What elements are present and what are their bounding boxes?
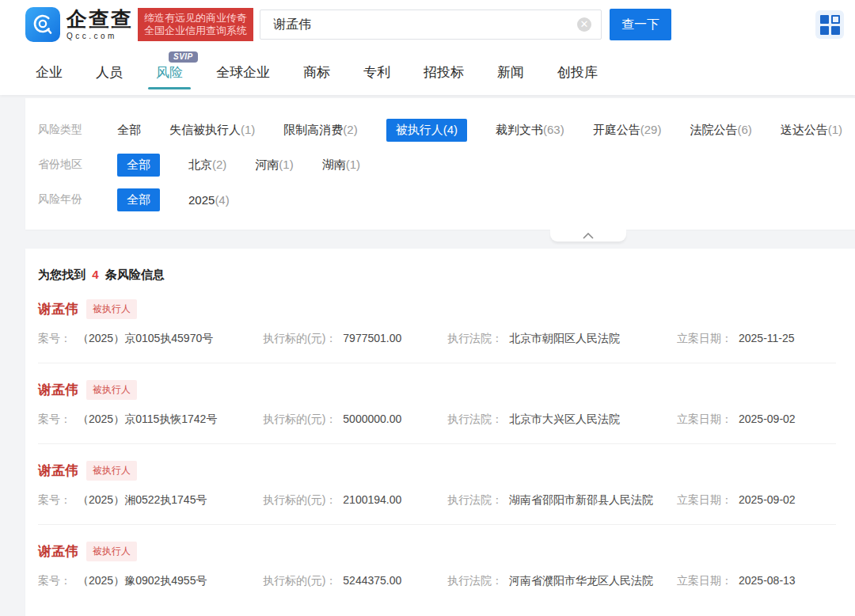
filter-option-henan[interactable]: 河南(1) — [255, 158, 293, 173]
tab-label: 全球企业 — [216, 63, 270, 82]
case-number-value: （2025）豫0902执4955号 — [78, 574, 207, 587]
case-number-label: 案号： — [38, 413, 71, 425]
qcc-logo-icon — [25, 7, 60, 42]
filter-option-all[interactable]: 全部 — [117, 154, 160, 177]
case-number-value: （2025）京0105执45970号 — [78, 332, 213, 344]
tab-venture[interactable]: 创投库 — [557, 49, 598, 95]
risk-item-fields: 案号：（2025）豫0902执4955号 执行标的(元)：5244375.00 … — [38, 574, 836, 588]
search-bar: 谢孟伟 ✕ 查一下 — [260, 9, 671, 40]
brand-text: 企查查 Qcc.com — [66, 9, 133, 40]
filter-options: 全部 2025(4) — [117, 188, 230, 211]
tab-patent[interactable]: 专利 — [363, 49, 390, 95]
person-name-link[interactable]: 谢孟伟 — [38, 300, 78, 318]
risk-item-fields: 案号：（2025）湘0522执1745号 执行标的(元)：2100194.00 … — [38, 493, 836, 508]
tab-label: 风险 — [156, 63, 183, 82]
main-nav: 企业 人员 SVIP 风险 全球企业 商标 专利 招投标 新闻 创投库 — [0, 49, 855, 95]
search-input[interactable]: 谢孟伟 ✕ — [260, 10, 602, 40]
case-number-value: （2025）京0115执恢1742号 — [78, 413, 217, 425]
person-name-link[interactable]: 谢孟伟 — [38, 381, 78, 399]
risk-item: 谢孟伟 被执行人 案号：（2025）京0115执恢1742号 执行标的(元)：5… — [38, 363, 836, 444]
tab-label: 人员 — [96, 63, 123, 82]
search-button[interactable]: 查一下 — [610, 9, 671, 40]
tab-label: 商标 — [303, 63, 330, 82]
status-badge: 被执行人 — [86, 542, 137, 561]
tab-label: 新闻 — [497, 63, 524, 82]
tab-bidding[interactable]: 招投标 — [424, 49, 464, 95]
case-number-label: 案号： — [38, 574, 71, 587]
filter-option-xianzhi[interactable]: 限制高消费(2) — [283, 123, 357, 138]
court-value: 湖南省邵阳市新邵县人民法院 — [509, 493, 653, 506]
filter-option-beijing[interactable]: 北京(2) — [188, 158, 226, 173]
filter-option-caipan[interactable]: 裁判文书(63) — [496, 123, 564, 138]
filter-label: 风险类型 — [38, 123, 117, 137]
case-number-label: 案号： — [38, 493, 71, 506]
filing-date-label: 立案日期： — [677, 493, 732, 506]
slogan-line1: 缔造有远见的商业传奇 — [144, 12, 247, 25]
tab-global-enterprise[interactable]: 全球企业 — [216, 49, 270, 95]
brand-domain: Qcc.com — [66, 32, 133, 40]
filing-date-label: 立案日期： — [677, 574, 732, 587]
grid-square-hollow — [831, 15, 840, 24]
brand[interactable]: 企查查 Qcc.com — [25, 7, 133, 42]
filter-row-risk-type: 风险类型 全部 失信被执行人(1) 限制高消费(2) 被执行人(4) 裁判文书(… — [38, 112, 855, 147]
risk-item-head: 谢孟伟 被执行人 — [38, 380, 836, 400]
court-label: 执行法院： — [447, 493, 503, 506]
brand-name: 企查查 — [66, 9, 133, 29]
filter-option-all[interactable]: 全部 — [117, 188, 160, 211]
filter-row-year: 风险年份 全部 2025(4) — [38, 182, 855, 217]
amount-value: 5244375.00 — [343, 574, 401, 587]
filing-date-value: 2025-09-02 — [739, 493, 796, 506]
chevron-up-icon — [583, 233, 594, 239]
clear-search-icon[interactable]: ✕ — [577, 17, 591, 32]
risk-item-head: 谢孟伟 被执行人 — [38, 542, 836, 561]
filter-row-province: 省份地区 全部 北京(2) 河南(1) 湖南(1) — [38, 147, 855, 182]
collapse-filters-button[interactable] — [550, 230, 626, 241]
amount-label: 执行标的(元)： — [263, 413, 336, 425]
amount-value: 5000000.00 — [343, 413, 401, 425]
amount-label: 执行标的(元)： — [263, 493, 336, 506]
slogan-line2: 全国企业信用查询系统 — [144, 25, 247, 37]
person-name-link[interactable]: 谢孟伟 — [38, 462, 78, 480]
risk-item: 谢孟伟 被执行人 案号：（2025）京0105执45970号 执行标的(元)：7… — [38, 283, 836, 363]
filter-option-fayuan[interactable]: 法院公告(6) — [690, 123, 751, 138]
filter-option-2025[interactable]: 2025(4) — [188, 193, 230, 207]
grid-square — [820, 26, 829, 35]
tab-label: 企业 — [36, 63, 63, 82]
results-panel: 为您找到 4 条风险信息 谢孟伟 被执行人 案号：（2025）京0105执459… — [25, 249, 855, 616]
filter-option-shixin[interactable]: 失信被执行人(1) — [169, 123, 255, 138]
court-value: 北京市朝阳区人民法院 — [509, 332, 620, 344]
case-number-value: （2025）湘0522执1745号 — [78, 493, 207, 506]
risk-item-head: 谢孟伟 被执行人 — [38, 461, 836, 481]
filing-date-label: 立案日期： — [677, 413, 732, 425]
tab-trademark[interactable]: 商标 — [303, 49, 330, 95]
filter-option-kaiting[interactable]: 开庭公告(29) — [593, 123, 662, 138]
risk-item: 谢孟伟 被执行人 案号：（2025）湘0522执1745号 执行标的(元)：21… — [38, 444, 836, 525]
risk-item-fields: 案号：（2025）京0105执45970号 执行标的(元)：7977501.00… — [38, 332, 836, 346]
status-badge: 被执行人 — [86, 461, 137, 481]
tab-risk[interactable]: SVIP 风险 — [156, 49, 183, 95]
risk-item: 谢孟伟 被执行人 案号：（2025）豫0902执4955号 执行标的(元)：52… — [38, 525, 836, 605]
amount-label: 执行标的(元)： — [263, 574, 336, 587]
filing-date-value: 2025-08-13 — [739, 574, 796, 587]
filter-option-all[interactable]: 全部 — [117, 123, 141, 138]
filter-option-songda[interactable]: 送达公告(1) — [781, 123, 842, 138]
svip-badge: SVIP — [169, 51, 198, 63]
amount-value: 7977501.00 — [343, 332, 401, 344]
filter-option-beizhixingren[interactable]: 被执行人(4) — [386, 119, 467, 142]
apps-grid-icon[interactable] — [815, 10, 844, 39]
filter-options: 全部 北京(2) 河南(1) 湖南(1) — [117, 154, 360, 177]
results-count: 4 — [92, 268, 98, 281]
summary-prefix: 为您找到 — [38, 268, 86, 281]
summary-suffix: 条风险信息 — [105, 268, 165, 281]
tab-news[interactable]: 新闻 — [497, 49, 524, 95]
header: 企查查 Qcc.com 缔造有远见的商业传奇 全国企业信用查询系统 谢孟伟 ✕ … — [0, 0, 855, 49]
tab-person[interactable]: 人员 — [96, 49, 123, 95]
court-label: 执行法院： — [447, 574, 503, 587]
person-name-link[interactable]: 谢孟伟 — [38, 542, 78, 561]
grid-square — [820, 15, 829, 24]
filter-label: 风险年份 — [38, 192, 117, 207]
tab-label: 创投库 — [557, 63, 598, 82]
risk-item-fields: 案号：（2025）京0115执恢1742号 执行标的(元)：5000000.00… — [38, 413, 836, 427]
tab-enterprise[interactable]: 企业 — [36, 49, 63, 95]
filter-option-hunan[interactable]: 湖南(1) — [322, 158, 360, 173]
